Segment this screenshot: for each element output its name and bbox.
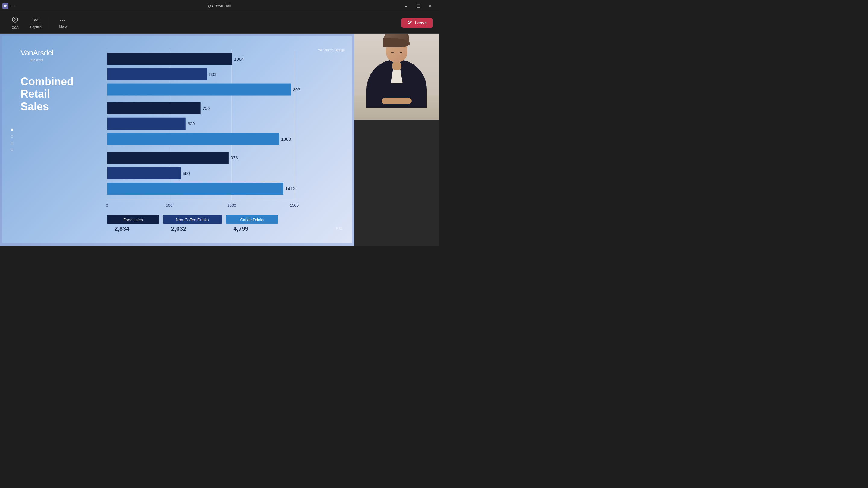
bar-9 [107,183,283,195]
video-feed [354,34,439,120]
leave-phone-icon [407,21,412,25]
leave-button[interactable]: Leave [401,18,433,28]
legend-noncoffee-label: Non-Coffee Drinks [176,218,209,222]
svg-rect-1 [5,4,7,6]
caption-icon: CC [33,17,39,24]
legend-food-total: 2,834 [114,225,129,232]
toolbar-divider [50,17,50,29]
presenter-video [354,34,439,120]
x-label-1000: 1000 [227,203,236,207]
window-controls: – ☐ ✕ [400,1,436,10]
bar-label-3: 803 [293,87,300,92]
toolbar: ? Q&A CC Caption ··· More Leave [0,12,439,34]
bar-label-5: 629 [187,121,195,126]
video-eye-right [400,52,402,53]
minimize-button[interactable]: – [400,1,412,10]
bar-8 [107,167,181,179]
bar-1 [107,53,232,65]
bar-label-4: 750 [203,106,210,111]
bar-label-2: 803 [210,72,217,77]
teams-logo-icon [2,3,8,9]
bar-label-9: 1412 [285,187,295,191]
title-bar: ··· Q3 Town Hall – ☐ ✕ [0,0,439,12]
legend-coffee-label: Coffee Drinks [240,218,264,222]
more-options-icon[interactable]: ··· [11,3,17,9]
x-label-0: 0 [106,203,108,207]
qa-label: Q&A [11,26,19,29]
video-panel [354,34,439,246]
svg-text:?: ? [13,18,16,22]
video-eye-left [391,52,394,53]
bar-label-1: 1004 [234,57,244,61]
chart-svg: 1004 803 803 750 629 1380 [2,36,352,243]
bar-7 [107,152,229,164]
leave-label: Leave [415,21,427,25]
presentation-slide: VA Shared Design P 01 VanArsdel presents… [0,34,354,246]
video-dark-area [354,120,439,246]
more-label: More [59,25,67,28]
slide-inner: VA Shared Design P 01 VanArsdel presents… [2,36,352,243]
bar-6 [107,133,279,145]
bar-5 [107,118,186,130]
bar-label-6: 1380 [281,137,291,141]
main-content: VA Shared Design P 01 VanArsdel presents… [0,34,439,246]
maximize-button[interactable]: ☐ [412,1,424,10]
x-label-500: 500 [166,203,173,207]
close-button[interactable]: ✕ [424,1,436,10]
bar-4 [107,102,201,115]
more-button[interactable]: ··· More [54,15,72,30]
more-icon: ··· [60,17,66,24]
x-label-1500: 1500 [290,203,299,207]
bar-label-7: 976 [231,156,238,160]
qa-icon: ? [12,16,19,24]
chart-area: 1004 803 803 750 629 1380 [2,36,352,243]
caption-label: Caption [30,25,41,29]
bar-3 [107,84,291,96]
legend-noncoffee-total: 2,032 [171,225,186,232]
legend-coffee-total: 4,799 [233,225,248,232]
caption-button[interactable]: CC Caption [25,15,46,30]
title-bar-left: ··· [2,3,17,9]
bar-2 [107,68,207,80]
bar-label-8: 590 [183,171,190,176]
qa-button[interactable]: ? Q&A [6,14,24,31]
window-title: Q3 Town Hall [208,4,231,8]
legend-food-label: Food sales [123,218,143,222]
svg-text:CC: CC [34,19,38,22]
video-hands [381,98,412,104]
